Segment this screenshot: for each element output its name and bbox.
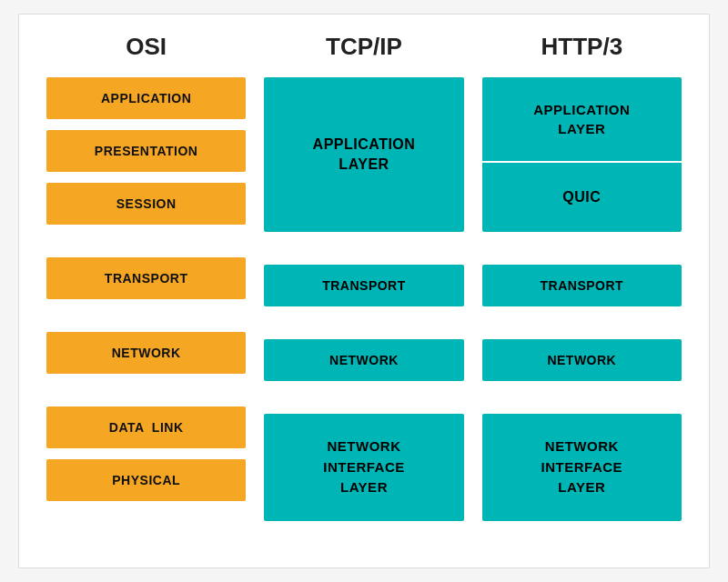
http3-header: HTTP/3: [541, 24, 623, 77]
osi-header: OSI: [126, 24, 167, 77]
tcpip-transport: TRANSPORT: [264, 265, 463, 306]
tcpip-body: APPLICATIONLAYER TRANSPORT NETWORK NETWO…: [255, 77, 472, 521]
columns-container: OSI APPLICATION PRESENTATION SESSION TRA…: [37, 24, 691, 549]
osi-physical: PHYSICAL: [46, 459, 246, 501]
osi-application: APPLICATION: [46, 77, 246, 119]
http3-network: NETWORK: [482, 339, 682, 381]
osi-presentation: PRESENTATION: [46, 130, 246, 172]
tcpip-network: NETWORK: [264, 339, 463, 381]
http3-transport: TRANSPORT: [482, 265, 682, 306]
http3-body: APPLICATIONLAYER QUIC TRANSPORT NETWORK …: [473, 77, 691, 521]
http3-network-interface: NETWORKINTERFACELAYER: [482, 414, 682, 521]
tcpip-header: TCP/IP: [326, 24, 402, 77]
tcpip-application: APPLICATIONLAYER: [264, 77, 463, 232]
diagram: OSI APPLICATION PRESENTATION SESSION TRA…: [18, 14, 710, 568]
tcpip-network-interface: NETWORKINTERFACELAYER: [264, 414, 463, 521]
http3-quic: QUIC: [482, 163, 682, 232]
osi-network: NETWORK: [46, 332, 246, 374]
http3-column: HTTP/3 APPLICATIONLAYER QUIC TRANSPORT N…: [473, 24, 691, 549]
http3-application-split: APPLICATIONLAYER QUIC: [482, 77, 682, 232]
osi-column: OSI APPLICATION PRESENTATION SESSION TRA…: [37, 24, 255, 549]
tcpip-column: TCP/IP APPLICATIONLAYER TRANSPORT NETWOR…: [255, 24, 472, 549]
osi-transport: TRANSPORT: [46, 257, 246, 299]
osi-session: SESSION: [46, 183, 246, 225]
http3-application-layer: APPLICATIONLAYER: [482, 77, 682, 163]
osi-datalink: DATA LINK: [46, 406, 246, 448]
osi-body: APPLICATION PRESENTATION SESSION TRANSPO…: [37, 77, 255, 501]
